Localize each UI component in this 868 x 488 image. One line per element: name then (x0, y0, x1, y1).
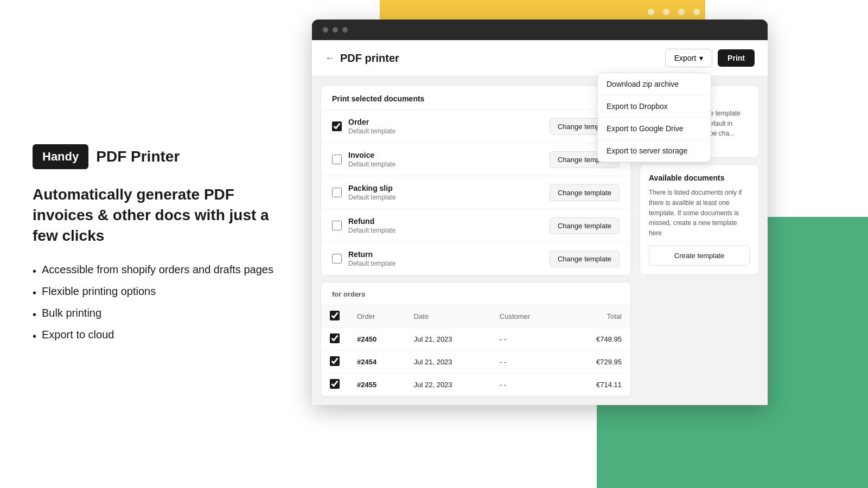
dot-3 (342, 27, 348, 33)
row-checkbox-2454[interactable] (330, 356, 340, 366)
export-button[interactable]: Export ▾ (665, 49, 712, 67)
browser-titlebar (312, 20, 768, 40)
doc-row-return: Return Default template Change template (321, 242, 630, 275)
features-list: Accessible from shopify orders and draft… (33, 264, 277, 344)
doc-name-packing-slip: Packing slip (348, 184, 543, 192)
change-template-packing-slip[interactable]: Change template (550, 184, 620, 201)
doc-info-refund: Refund Default template (348, 217, 543, 234)
select-all-checkbox[interactable] (330, 311, 340, 320)
order-date-2450: Jul 21, 2023 (405, 328, 491, 351)
feature-3: Bulk printing (33, 307, 277, 322)
doc-template-packing-slip: Default template (348, 194, 543, 201)
checkbox-refund-input[interactable] (332, 221, 342, 230)
table-row: #2450 Jul 21, 2023 - - €748.95 (321, 328, 630, 351)
print-selected-title: Print selected documents (321, 86, 630, 110)
logo-area: Handy PDF Printer (33, 144, 277, 169)
doc-row-order: Order Default template Change template (321, 110, 630, 143)
order-total-2454: €729.95 (565, 351, 630, 374)
dropdown-item-dropbox[interactable]: Export to Dropbox (598, 95, 711, 118)
page-title: PDF printer (340, 52, 399, 65)
doc-panel: Print selected documents Order Default t… (321, 85, 631, 396)
doc-row-packing-slip: Packing slip Default template Change tem… (321, 176, 630, 209)
header-actions: Export ▾ Print Download zip archive Expo… (665, 49, 755, 67)
available-docs-text: There is listed documents only if there … (649, 188, 750, 238)
available-docs-card: Available documents There is listed docu… (640, 164, 759, 275)
export-dropdown: Download zip archive Export to Dropbox E… (597, 73, 711, 162)
app-header: ← PDF printer Export ▾ Print Download zi… (312, 40, 768, 76)
doc-info-return: Return Default template (348, 250, 543, 267)
browser-window: ← PDF printer Export ▾ Print Download zi… (312, 20, 768, 405)
export-label: Export (674, 54, 696, 62)
app-content: ← PDF printer Export ▾ Print Download zi… (312, 40, 768, 405)
print-selected-card: Print selected documents Order Default t… (321, 85, 631, 275)
logo-text: PDF Printer (96, 148, 180, 165)
order-date-2454: Jul 21, 2023 (405, 351, 491, 374)
doc-template-return: Default template (348, 260, 543, 267)
logo-badge: Handy (33, 144, 88, 169)
order-date-2455: Jul 22, 2023 (405, 374, 491, 396)
create-template-button[interactable]: Create template (649, 246, 750, 266)
order-total-2450: €748.95 (565, 328, 630, 351)
order-customer-2450: - - (491, 328, 565, 351)
doc-info-packing-slip: Packing slip Default template (348, 184, 543, 201)
checkbox-packing-slip[interactable] (332, 188, 342, 197)
doc-template-refund: Default template (348, 227, 543, 234)
checkbox-order-input[interactable] (332, 121, 342, 131)
checkbox-invoice-input[interactable] (332, 155, 342, 164)
order-total-2455: €714.11 (565, 374, 630, 396)
row-checkbox-2450[interactable] (330, 333, 340, 343)
col-date: Date (405, 305, 491, 328)
order-number-2455: #2455 (348, 374, 405, 396)
order-customer-2455: - - (491, 374, 565, 396)
doc-template-order: Default template (348, 127, 543, 135)
doc-name-invoice: Invoice (348, 151, 543, 159)
order-number-2454: #2454 (348, 351, 405, 374)
checkbox-refund[interactable] (332, 221, 342, 230)
orders-section-title: for orders (321, 282, 630, 305)
order-number-2450: #2450 (348, 328, 405, 351)
left-panel: Handy PDF Printer Automatically generate… (0, 0, 309, 488)
col-total: Total (565, 305, 630, 328)
doc-info-invoice: Invoice Default template (348, 151, 543, 168)
doc-row-invoice: Invoice Default template Change template (321, 143, 630, 176)
doc-info-order: Order Default template (348, 118, 543, 135)
col-customer: Customer (491, 305, 565, 328)
col-order: Order (348, 305, 405, 328)
doc-name-refund: Refund (348, 217, 543, 226)
table-row: #2454 Jul 21, 2023 - - €729.95 (321, 351, 630, 374)
bg-dots-decoration (648, 9, 700, 15)
checkbox-order[interactable] (332, 121, 342, 131)
change-template-refund[interactable]: Change template (550, 217, 620, 234)
available-docs-title: Available documents (649, 174, 750, 182)
order-customer-2454: - - (491, 351, 565, 374)
doc-name-return: Return (348, 250, 543, 259)
feature-2: Flexible printing options (33, 285, 277, 300)
row-checkbox-2455[interactable] (330, 379, 340, 389)
orders-table: Order Date Customer Total #2450 Jul 21, … (321, 305, 630, 396)
checkbox-invoice[interactable] (332, 155, 342, 164)
checkbox-return-input[interactable] (332, 254, 342, 264)
doc-name-order: Order (348, 118, 543, 126)
dot-2 (333, 27, 338, 33)
orders-card: for orders Order Date Customer Total (321, 282, 631, 396)
table-row: #2455 Jul 22, 2023 - - €714.11 (321, 374, 630, 396)
checkbox-packing-slip-input[interactable] (332, 188, 342, 197)
change-template-return[interactable]: Change template (550, 251, 620, 267)
dot-1 (323, 27, 328, 33)
checkbox-return[interactable] (332, 254, 342, 264)
doc-template-invoice: Default template (348, 160, 543, 168)
export-chevron-icon: ▾ (699, 54, 703, 62)
back-button[interactable]: ← (325, 53, 335, 64)
feature-4: Export to cloud (33, 329, 277, 344)
dropdown-item-server-storage[interactable]: Export to server storage (598, 140, 711, 162)
feature-1: Accessible from shopify orders and draft… (33, 264, 277, 279)
dropdown-item-download-zip[interactable]: Download zip archive (598, 73, 711, 95)
doc-row-refund: Refund Default template Change template (321, 209, 630, 242)
tagline: Automatically generate PDF invoices & ot… (33, 184, 277, 246)
dropdown-item-google-drive[interactable]: Export to Google Drive (598, 118, 711, 140)
app-header-left: ← PDF printer (325, 52, 399, 65)
print-button[interactable]: Print (718, 49, 755, 67)
